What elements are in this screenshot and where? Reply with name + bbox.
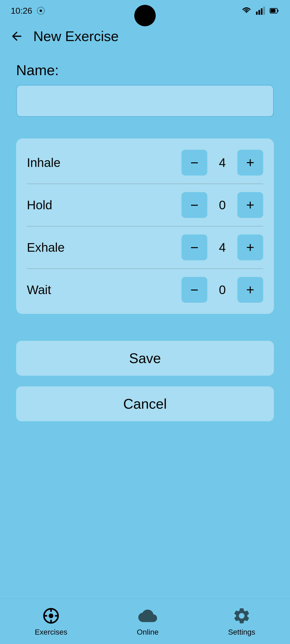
hold-row: Hold − 0 +: [27, 186, 263, 224]
exhale-increment-button[interactable]: +: [237, 235, 263, 260]
bottom-nav: Exercises Online Settings: [0, 598, 290, 644]
wait-label: Wait: [27, 283, 182, 297]
exhale-value: 4: [212, 240, 233, 255]
wait-increment-button[interactable]: +: [237, 277, 263, 303]
main-content: Name: Inhale − 4 + Hold − 0 + Exhale: [0, 51, 290, 432]
wait-value: 0: [212, 283, 233, 297]
settings-icon: [232, 606, 251, 625]
cancel-button[interactable]: Cancel: [16, 386, 274, 421]
inhale-increment-button[interactable]: +: [237, 150, 263, 175]
spacer-1: [16, 117, 274, 138]
wait-decrement-button[interactable]: −: [182, 277, 207, 303]
status-icons: [242, 6, 279, 16]
divider-2: [27, 226, 263, 226]
exercises-icon: [42, 606, 60, 625]
signal-icon: [256, 6, 265, 16]
back-arrow-icon: [10, 29, 24, 43]
camera-notch: [134, 5, 156, 26]
wait-counter: − 0 +: [182, 277, 263, 303]
status-time: 10:26: [11, 6, 46, 16]
nav-item-online[interactable]: Online: [137, 606, 159, 636]
nav-item-settings[interactable]: Settings: [228, 606, 255, 636]
hold-decrement-button[interactable]: −: [182, 192, 207, 218]
inhale-row: Inhale − 4 +: [27, 144, 263, 181]
back-button[interactable]: [8, 28, 25, 45]
battery-icon: [270, 6, 279, 16]
svg-point-9: [49, 613, 53, 618]
svg-point-0: [40, 10, 42, 12]
page-title: New Exercise: [33, 28, 119, 44]
status-settings-icon: [36, 6, 46, 16]
svg-rect-7: [277, 10, 278, 12]
exhale-counter: − 4 +: [182, 235, 263, 260]
nav-exercises-label: Exercises: [35, 628, 67, 636]
inhale-decrement-button[interactable]: −: [182, 150, 207, 175]
exhale-decrement-button[interactable]: −: [182, 235, 207, 260]
inhale-label: Inhale: [27, 155, 182, 170]
time-display: 10:26: [11, 6, 32, 16]
cloud-icon: [138, 606, 157, 625]
exhale-label: Exhale: [27, 240, 182, 255]
inhale-value: 4: [212, 155, 233, 170]
wait-row: Wait − 0 +: [27, 271, 263, 309]
spacer-2: [16, 314, 274, 341]
name-input[interactable]: [16, 85, 274, 117]
svg-rect-4: [263, 7, 265, 15]
svg-rect-6: [271, 9, 276, 13]
inhale-counter: − 4 +: [182, 150, 263, 175]
hold-label: Hold: [27, 198, 182, 212]
nav-settings-label: Settings: [228, 628, 255, 636]
exhale-row: Exhale − 4 +: [27, 229, 263, 266]
nav-online-label: Online: [137, 628, 159, 636]
hold-value: 0: [212, 198, 233, 212]
nav-item-exercises[interactable]: Exercises: [35, 606, 67, 636]
hold-counter: − 0 +: [182, 192, 263, 218]
svg-rect-3: [261, 8, 263, 15]
hold-increment-button[interactable]: +: [237, 192, 263, 218]
save-button[interactable]: Save: [16, 341, 274, 376]
wifi-icon: [242, 6, 251, 16]
divider-3: [27, 268, 263, 269]
name-label: Name:: [16, 62, 274, 78]
controls-card: Inhale − 4 + Hold − 0 + Exhale − 4 +: [16, 138, 274, 314]
svg-rect-1: [256, 12, 258, 15]
divider-1: [27, 184, 263, 184]
svg-rect-2: [259, 10, 260, 15]
